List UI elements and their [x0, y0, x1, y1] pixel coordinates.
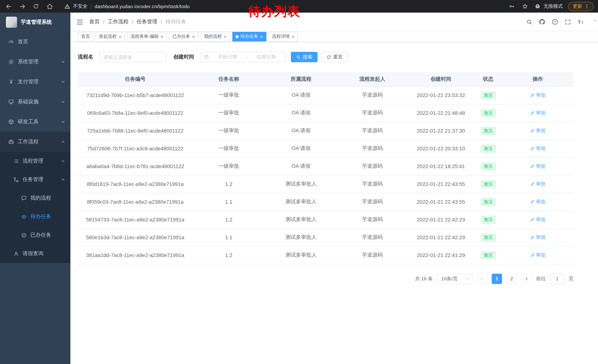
breadcrumb-item[interactable]: 任务管理 [137, 18, 158, 25]
github-link[interactable] [539, 18, 545, 25]
col-created: 创建时间 [407, 72, 474, 86]
chevron-down-icon [61, 80, 65, 84]
breadcrumb-item[interactable]: 工作流程 [108, 18, 129, 25]
approve-link[interactable]: 审批 [530, 181, 546, 187]
tab-process-detail[interactable]: 流程详情 × [269, 32, 298, 41]
page-size-select[interactable]: 10条/页 [437, 274, 472, 284]
sidebar-item-dev-tools[interactable]: 研发工具 [0, 112, 70, 132]
close-icon[interactable]: × [160, 34, 163, 39]
breadcrumb-item[interactable]: 首页 [89, 18, 100, 25]
chevron-down-icon [61, 100, 65, 104]
browser-home-button[interactable] [46, 2, 54, 10]
font-size-button[interactable]: TT [577, 18, 584, 25]
close-icon[interactable]: × [260, 34, 263, 39]
approve-link[interactable]: 审批 [530, 198, 546, 205]
fullscreen-button[interactable] [565, 19, 571, 25]
sidebar-item-workflow[interactable]: 工作流程 [0, 132, 70, 152]
cell-task-id: 069c6a63-7b8a-11ec-8ef0-acde48001122 [78, 104, 193, 122]
sidebar-item-payment-mgmt[interactable]: 支付管理 [0, 72, 70, 92]
approve-link[interactable]: 审批 [530, 216, 546, 223]
approve-link[interactable]: 审批 [530, 110, 546, 116]
sidebar-item-home[interactable]: 首页 [0, 32, 70, 52]
cell-initiator: 芋道源码 [337, 193, 407, 211]
table-row: 381aa1dd-7ac8-11ec-a9e2-a2380e71991a 1.2… [78, 246, 573, 264]
bookmark-button[interactable] [521, 2, 529, 10]
kebab-menu-icon[interactable] [584, 4, 590, 9]
address-bar[interactable]: 不安全 | dashboard.yudao.iocoder.cn/bpm/tas… [65, 3, 190, 10]
cell-created: 2022-01-21 22:41:29 [407, 246, 474, 264]
page-button-2[interactable]: 2 [507, 274, 517, 284]
approve-link[interactable]: 审批 [530, 92, 546, 98]
sidebar-toggle-button[interactable] [76, 18, 83, 25]
sidebar-item-leave-query[interactable]: 请假查询 [0, 244, 70, 263]
tab-start-process[interactable]: 发起流程 × [96, 32, 125, 41]
cell-process: OA 请假 [265, 157, 337, 175]
close-icon[interactable]: × [119, 34, 122, 39]
sidebar-item-task-mgmt[interactable]: 任务管理 [0, 170, 70, 189]
chevron-left-icon [480, 276, 484, 281]
cell-task-name: 1.2 [193, 175, 265, 193]
sidebar-item-system-mgmt[interactable]: 系统管理 [0, 52, 70, 72]
reset-button[interactable]: 重置 [321, 52, 348, 62]
col-task-name: 任务名称 [193, 72, 265, 86]
reset-button-label: 重置 [333, 54, 343, 60]
sidebar-item-label: 支付管理 [18, 79, 39, 85]
check-circle-icon [21, 232, 27, 238]
process-name-input[interactable] [99, 52, 166, 62]
cell-initiator: 芋道源码 [337, 140, 407, 157]
sidebar-item-done-tasks[interactable]: 已办任务 [0, 226, 70, 244]
approve-link[interactable]: 审批 [530, 234, 546, 241]
browser-forward-button[interactable] [18, 2, 26, 10]
sidebar: 芋道管理系统 首页 系统管理 支付管理 基础设施 [0, 13, 70, 364]
help-button[interactable]: ? [552, 18, 558, 25]
cell-created: 2022-01-22 23:53:32 [407, 86, 474, 104]
start-date-placeholder: 开始日期 [212, 54, 243, 60]
pencil-icon [530, 253, 534, 257]
header-search-button[interactable] [526, 19, 532, 25]
goto-label: 前往 [536, 275, 546, 282]
warning-icon [65, 4, 70, 9]
incognito-label: 无痕模式 [544, 3, 563, 10]
tab-todo-tasks[interactable]: 待办任务 × [232, 32, 266, 41]
next-page-button[interactable] [521, 274, 532, 284]
sidebar-item-todo-tasks[interactable]: 待办任务 [0, 207, 70, 226]
sidebar-item-process-mgmt[interactable]: 流程管理 [0, 152, 70, 170]
approve-link-label: 审批 [536, 216, 546, 223]
cell-process: 测试多审批人 [265, 211, 337, 228]
status-badge: 激活 [480, 215, 496, 224]
browser-reload-button[interactable] [32, 2, 40, 10]
cell-created: 2022-01-21 22:42:23 [407, 211, 474, 228]
close-icon[interactable]: × [224, 34, 227, 39]
cell-created: 2022-01-22 18:25:41 [407, 157, 474, 175]
approve-link[interactable]: 审批 [530, 127, 546, 134]
prev-page-button[interactable] [477, 274, 487, 284]
search-button[interactable]: 搜索 [291, 52, 317, 62]
cell-task-id: 75d72608-7b7f-11ec-a3c8-acde48001122 [78, 140, 193, 157]
goto-page-input[interactable] [550, 274, 564, 284]
workflow-submenu: 流程管理 任务管理 我的流程 待办任务 [0, 152, 70, 263]
sidebar-item-my-process[interactable]: 我的流程 [0, 189, 70, 207]
browser-back-button[interactable] [4, 2, 13, 10]
status-badge: 激活 [480, 233, 496, 242]
tab-done-tasks[interactable]: 已办任务 × [169, 32, 199, 41]
approve-link[interactable]: 审批 [530, 163, 546, 170]
close-icon[interactable]: × [192, 34, 195, 39]
sidebar-item-infrastructure[interactable]: 基础设施 [0, 92, 70, 112]
tab-label: 流程表单-编辑 [130, 33, 158, 40]
cell-process: OA 请假 [265, 140, 337, 157]
approve-link-label: 审批 [536, 252, 546, 259]
date-range-picker[interactable]: 开始日期 - 结束日期 [200, 52, 286, 62]
approve-link[interactable]: 审批 [530, 252, 546, 259]
status-badge: 激活 [480, 91, 496, 99]
tab-my-process[interactable]: 我的流程 × [201, 32, 230, 41]
page-button-1[interactable]: 1 [492, 274, 502, 284]
col-actions: 操作 [502, 72, 573, 86]
cell-created: 2022-01-22 20:33:10 [407, 140, 474, 157]
update-button[interactable]: 更新 [568, 2, 594, 11]
password-manager-button[interactable] [507, 2, 516, 10]
close-icon[interactable]: × [291, 34, 295, 39]
approve-link[interactable]: 审批 [530, 145, 546, 152]
key-icon [509, 3, 515, 9]
tab-process-form-edit[interactable]: 流程表单-编辑 × [127, 32, 167, 41]
tab-home[interactable]: 首页 [78, 32, 93, 41]
